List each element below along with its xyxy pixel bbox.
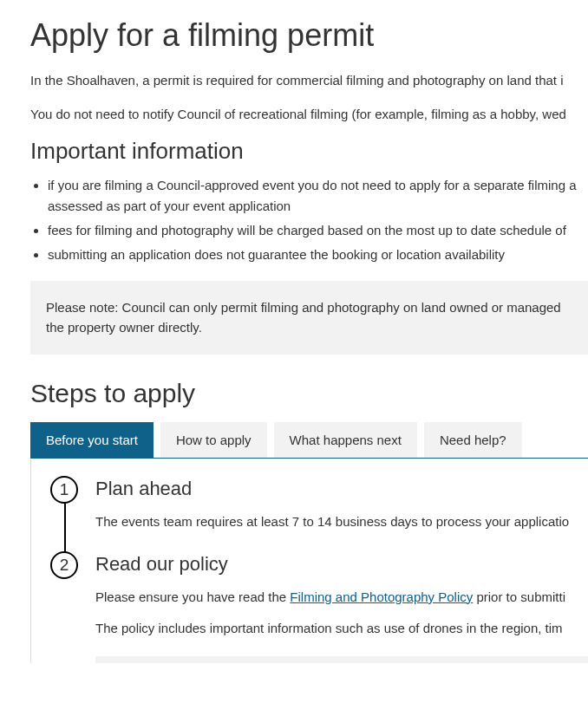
list-item: submitting an application does not guara…: [48, 244, 588, 265]
list-item: if you are filming a Council-approved ev…: [48, 175, 588, 217]
tab-need-help[interactable]: Need help?: [424, 422, 522, 458]
step-number-badge: 1: [50, 476, 78, 504]
tab-before-you-start[interactable]: Before you start: [30, 422, 154, 458]
step-body: Please ensure you have read the Filming …: [95, 588, 588, 608]
step-body: The events team requires at least 7 to 1…: [95, 512, 588, 532]
tab-what-happens-next[interactable]: What happens next: [274, 422, 417, 458]
tab-how-to-apply[interactable]: How to apply: [160, 422, 267, 458]
note-box: Please note: Council can only permit fil…: [30, 281, 588, 355]
steps-heading: Steps to apply: [30, 379, 588, 408]
step-2: 2 Read our policy Please ensure you have…: [50, 553, 588, 663]
step-title: Read our policy: [95, 553, 588, 576]
step-body-2: The policy includes important informatio…: [95, 619, 588, 639]
step-1: 1 Plan ahead The events team requires at…: [50, 478, 588, 532]
step-number-badge: 2: [50, 551, 78, 579]
step-body-pre: Please ensure you have read the: [95, 589, 290, 604]
sub-note-box: [95, 656, 588, 663]
tabs-bar: Before you start How to apply What happe…: [30, 422, 588, 459]
intro-paragraph-1: In the Shoalhaven, a permit is required …: [30, 71, 588, 91]
list-item: fees for filming and photography will be…: [48, 220, 588, 241]
step-title: Plan ahead: [95, 478, 588, 500]
intro-paragraph-2: You do not need to notify Council of rec…: [30, 105, 588, 125]
step-body-post: prior to submitti: [473, 589, 565, 604]
important-info-heading: Important information: [30, 138, 588, 165]
page-title: Apply for a filming permit: [30, 17, 588, 54]
policy-link[interactable]: Filming and Photography Policy: [290, 589, 473, 604]
tab-content: 1 Plan ahead The events team requires at…: [30, 459, 588, 663]
info-list: if you are filming a Council-approved ev…: [30, 175, 588, 265]
